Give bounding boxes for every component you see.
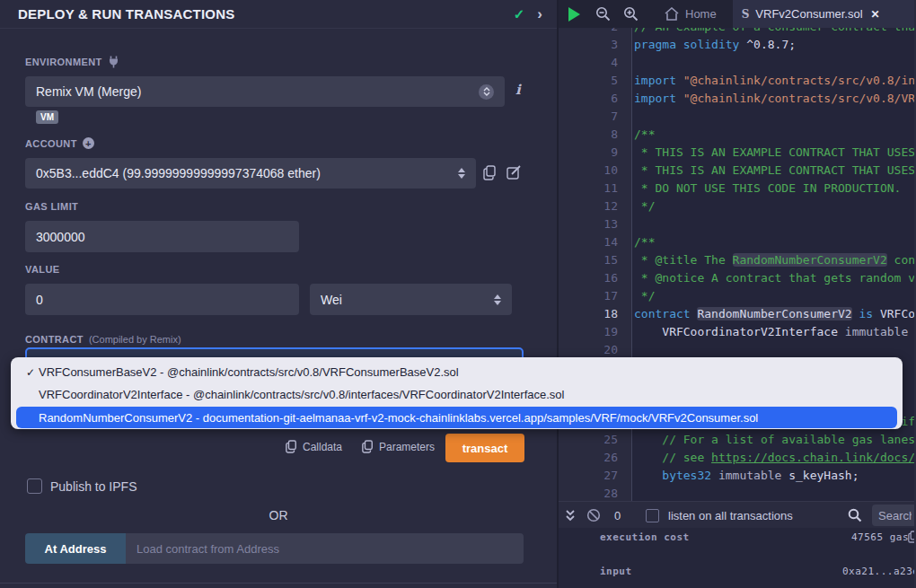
code-line[interactable]: 12 */ bbox=[559, 197, 914, 215]
code-lines: 2// An example of a consumer contract th… bbox=[559, 28, 914, 501]
close-icon[interactable]: ✕ bbox=[871, 8, 880, 21]
input-label: input bbox=[600, 566, 632, 577]
terminal-output: execution cost 47565 gas input 0xa21...a… bbox=[559, 528, 914, 588]
contract-dropdown: ✓VRFConsumerBaseV2 - @chainlink/contract… bbox=[11, 357, 903, 429]
copy-icon[interactable] bbox=[483, 165, 497, 180]
editor-column: Home S VRFv2Consumer.sol ✕ 2// An exampl… bbox=[559, 0, 914, 588]
line-number: 28 bbox=[559, 485, 632, 501]
line-number: 17 bbox=[559, 287, 632, 305]
environment-label: ENVIRONMENT bbox=[25, 56, 119, 68]
code-line[interactable]: 9 * THIS IS AN EXAMPLE CONTRACT THAT USE… bbox=[559, 144, 914, 162]
publish-ipfs-label: Publish to IPFS bbox=[50, 479, 137, 494]
listen-all-transactions-checkbox[interactable] bbox=[646, 502, 659, 529]
value-input[interactable] bbox=[25, 284, 299, 315]
input-value: 0xa21...a23e4 bbox=[842, 566, 914, 577]
code-line[interactable]: 3pragma solidity ^0.8.7; bbox=[559, 36, 914, 54]
zoom-in-icon[interactable] bbox=[616, 0, 645, 28]
code-line[interactable]: 11 * DO NOT USE THIS CODE IN PRODUCTION. bbox=[559, 180, 914, 197]
line-number: 8 bbox=[559, 126, 632, 144]
code-editor[interactable]: 2// An example of a consumer contract th… bbox=[559, 28, 914, 501]
terminal: 0 listen on all transactions execution c… bbox=[559, 501, 914, 588]
line-number: 6 bbox=[559, 90, 632, 108]
info-icon[interactable]: i bbox=[515, 82, 521, 98]
parameters-button[interactable]: Parameters bbox=[362, 440, 435, 453]
line-number: 13 bbox=[559, 215, 632, 233]
code-line[interactable]: 5import "@chainlink/contracts/src/v0.8/i… bbox=[559, 72, 914, 90]
line-number: 7 bbox=[559, 108, 632, 126]
publish-ipfs-checkbox[interactable] bbox=[27, 478, 42, 494]
code-line[interactable]: 10 * THIS IS AN EXAMPLE CONTRACT THAT US… bbox=[559, 162, 914, 180]
line-number: 14 bbox=[559, 233, 632, 251]
line-number: 11 bbox=[559, 180, 632, 197]
account-select[interactable]: 0x5B3...eddC4 (99.99999999999997374068 e… bbox=[25, 158, 476, 189]
line-number: 15 bbox=[559, 251, 632, 269]
line-number: 19 bbox=[559, 323, 632, 341]
line-number: 3 bbox=[559, 36, 632, 54]
panel-bottom-divider bbox=[0, 583, 557, 584]
contract-sublabel: (Compiled by Remix) bbox=[89, 334, 181, 345]
zoom-out-icon[interactable] bbox=[589, 0, 616, 28]
terminal-search-box[interactable] bbox=[872, 505, 914, 526]
copy-icon bbox=[286, 440, 297, 453]
code-line[interactable]: 17 */ bbox=[559, 287, 914, 305]
at-address-button[interactable]: At Address bbox=[25, 533, 126, 564]
code-line[interactable]: 19 VRFCoordinatorV2Interface immutable C… bbox=[559, 323, 914, 341]
plus-icon[interactable]: + bbox=[83, 137, 94, 149]
contract-option[interactable]: VRFCoordinatorV2Interface - @chainlink/c… bbox=[11, 383, 903, 406]
run-script-icon[interactable] bbox=[559, 0, 589, 28]
home-icon bbox=[665, 7, 679, 21]
line-number: 26 bbox=[559, 449, 632, 467]
code-line[interactable]: 20 bbox=[559, 341, 914, 359]
execution-cost-value: 47565 gas bbox=[851, 531, 909, 543]
edit-icon[interactable] bbox=[506, 165, 521, 180]
remix-ide-root: DEPLOY & RUN TRANSACTIONS ✓ › ENVIRONMEN… bbox=[0, 0, 916, 588]
chevron-updown-icon bbox=[494, 294, 501, 305]
or-divider-label: OR bbox=[0, 508, 557, 522]
code-line[interactable]: 18contract RandomNumberConsumerV2 is VRF… bbox=[559, 305, 914, 323]
line-number: 25 bbox=[559, 431, 632, 449]
collapse-terminal-icon[interactable] bbox=[565, 502, 576, 529]
calldata-button[interactable]: Calldata bbox=[286, 440, 342, 453]
contract-option[interactable]: ✓VRFConsumerBaseV2 - @chainlink/contract… bbox=[11, 361, 903, 383]
transact-button[interactable]: transact bbox=[445, 434, 524, 462]
code-line[interactable]: 6import "@chainlink/contracts/src/v0.8/V… bbox=[559, 90, 914, 108]
line-number: 4 bbox=[559, 54, 632, 72]
tab-vrfv2consumer[interactable]: S VRFv2Consumer.sol ✕ bbox=[733, 0, 914, 28]
transaction-count: 0 bbox=[614, 502, 621, 529]
value-unit-select[interactable]: Wei bbox=[310, 284, 512, 315]
environment-select[interactable]: Remix VM (Merge) bbox=[25, 76, 505, 107]
line-number: 9 bbox=[559, 144, 632, 162]
gas-limit-label: GAS LIMIT bbox=[25, 201, 78, 212]
tab-home[interactable]: Home bbox=[656, 0, 726, 28]
code-line[interactable]: 27 bytes32 immutable s_keyHash; bbox=[559, 467, 914, 485]
value-label: VALUE bbox=[25, 264, 59, 275]
code-line[interactable]: 16 * @notice A contract that gets random… bbox=[559, 269, 914, 287]
code-line[interactable]: 7 bbox=[559, 108, 914, 126]
contract-option[interactable]: RandomNumberConsumerV2 - documentation-g… bbox=[16, 407, 897, 428]
code-line[interactable]: 25 // For a list of available gas lanes … bbox=[559, 431, 914, 449]
code-line[interactable]: 28 bbox=[559, 485, 914, 501]
line-number: 16 bbox=[559, 269, 632, 287]
account-label: ACCOUNT + bbox=[25, 137, 94, 149]
solidity-icon: S bbox=[742, 8, 750, 21]
line-number: 12 bbox=[559, 197, 632, 215]
terminal-toolbar: 0 listen on all transactions bbox=[559, 501, 914, 528]
code-line[interactable]: 14/** bbox=[559, 233, 914, 251]
code-line[interactable]: 13 bbox=[559, 215, 914, 233]
gas-limit-input[interactable] bbox=[25, 221, 299, 252]
deploy-run-panel: DEPLOY & RUN TRANSACTIONS ✓ › ENVIRONMEN… bbox=[0, 0, 559, 588]
contract-label: CONTRACT (Compiled by Remix) bbox=[25, 334, 181, 345]
chevron-right-icon[interactable]: › bbox=[537, 6, 542, 22]
plug-icon bbox=[108, 56, 119, 68]
chevron-updown-icon bbox=[458, 168, 465, 179]
at-address-input[interactable] bbox=[126, 533, 524, 564]
line-number: 10 bbox=[559, 162, 632, 180]
code-line[interactable]: 26 // see https://docs.chain.link/docs/v… bbox=[559, 449, 914, 467]
code-line[interactable]: 15 * @title The RandomNumberConsumerV2 c… bbox=[559, 251, 914, 269]
clear-console-icon[interactable] bbox=[586, 502, 601, 529]
copy-icon[interactable] bbox=[908, 531, 914, 543]
code-line[interactable]: 8/** bbox=[559, 126, 914, 144]
code-line[interactable]: 4 bbox=[559, 54, 914, 72]
terminal-search-input[interactable] bbox=[872, 509, 912, 522]
code-line[interactable]: 2// An example of a consumer contract th… bbox=[559, 28, 914, 36]
